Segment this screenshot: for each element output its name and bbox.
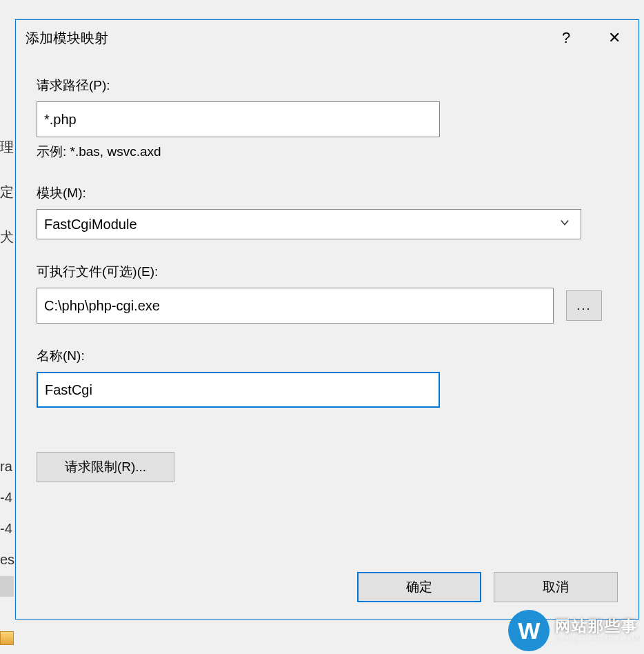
dialog-buttons: 确定 取消 — [357, 572, 618, 602]
bg-bar — [0, 576, 14, 597]
name-input[interactable] — [37, 372, 440, 408]
executable-label: 可执行文件(可选)(E): — [37, 263, 618, 281]
bg-text: 定 — [0, 183, 14, 201]
chevron-down-icon — [559, 217, 571, 232]
request-restrictions-button[interactable]: 请求限制(R)... — [37, 452, 174, 482]
help-button[interactable]: ? — [542, 20, 590, 56]
browse-button[interactable]: ... — [566, 290, 602, 321]
request-path-group: 请求路径(P): 示例: *.bas, wsvc.axd — [37, 77, 618, 161]
titlebar: 添加模块映射 ? ✕ — [16, 20, 638, 56]
bg-folder-icon — [0, 631, 14, 645]
executable-input[interactable] — [37, 288, 554, 324]
bg-text: -4 — [0, 521, 12, 537]
ok-button[interactable]: 确定 — [357, 572, 481, 602]
request-path-input[interactable] — [37, 101, 440, 137]
close-button[interactable]: ✕ — [590, 20, 638, 56]
module-group: 模块(M): FastCgiModule — [37, 184, 618, 239]
name-label: 名称(N): — [37, 347, 618, 365]
executable-group: 可执行文件(可选)(E): ... — [37, 263, 618, 324]
bg-text: ra — [0, 459, 12, 475]
cancel-button[interactable]: 取消 — [494, 572, 618, 602]
watermark-cn: 网站那些事 — [555, 618, 641, 634]
module-label: 模块(M): — [37, 184, 618, 202]
watermark-en: wangzhanshi.COM — [555, 634, 641, 644]
request-path-label: 请求路径(P): — [37, 77, 618, 95]
dialog-content: 请求路径(P): 示例: *.bas, wsvc.axd 模块(M): Fast… — [16, 56, 638, 619]
bg-text: 犬 — [0, 228, 14, 246]
add-module-mapping-dialog: 添加模块映射 ? ✕ 请求路径(P): 示例: *.bas, wsvc.axd … — [15, 19, 639, 620]
bg-text: 理 — [0, 138, 14, 157]
module-combobox[interactable]: FastCgiModule — [37, 209, 581, 239]
bg-text: -4 — [0, 490, 12, 506]
dialog-title: 添加模块映射 — [26, 29, 542, 48]
bg-text: es — [0, 552, 14, 568]
request-path-example: 示例: *.bas, wsvc.axd — [37, 143, 618, 161]
name-group: 名称(N): — [37, 347, 618, 408]
module-value: FastCgiModule — [44, 217, 137, 232]
